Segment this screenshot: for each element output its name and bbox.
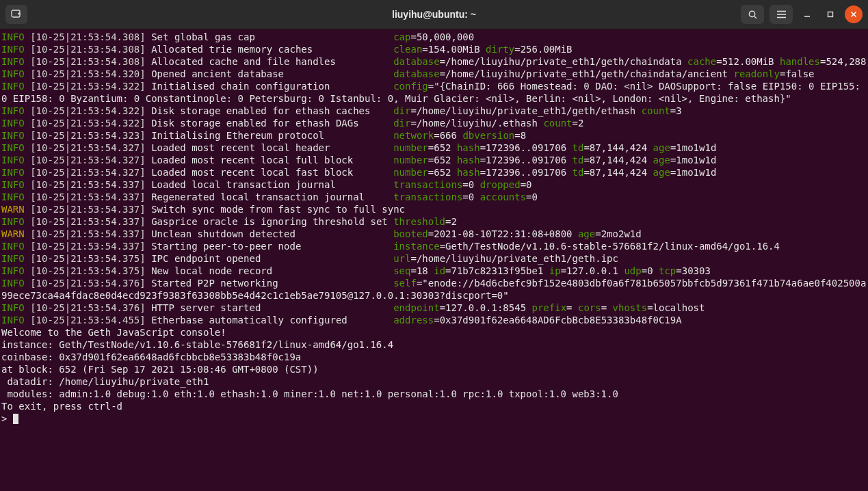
log-message: Initialised chain configuration bbox=[151, 81, 393, 92]
console-line: modules: admin:1.0 debug:1.0 eth:1.0 eth… bbox=[1, 388, 868, 400]
log-level: INFO bbox=[1, 302, 25, 313]
log-value: 8 bbox=[521, 130, 526, 141]
log-line: INFO [10-25|21:53:54.375] IPC endpoint o… bbox=[1, 252, 868, 265]
search-icon bbox=[748, 10, 758, 20]
new-tab-button[interactable] bbox=[5, 5, 27, 24]
log-line: INFO [10-25|21:53:54.320] Opened ancient… bbox=[1, 68, 868, 80]
log-level: INFO bbox=[1, 241, 25, 252]
search-button[interactable] bbox=[741, 5, 764, 24]
log-value: /home/liuyihu/private_eth1/geth/chaindat… bbox=[445, 56, 682, 67]
log-key: handles bbox=[780, 56, 820, 67]
log-key: count bbox=[543, 118, 572, 129]
log-message: Starting peer-to-peer node bbox=[151, 241, 393, 252]
log-key: number bbox=[393, 142, 428, 153]
minimize-icon bbox=[803, 10, 811, 18]
log-timestamp: [10-25|21:53:54.376] bbox=[30, 278, 146, 289]
log-key: threshold bbox=[393, 216, 445, 227]
log-message: Loaded most recent local full block bbox=[151, 155, 393, 165]
console-line: at block: 652 (Fri Sep 17 2021 15:08:46 … bbox=[1, 363, 868, 375]
log-timestamp: [10-25|21:53:54.322] bbox=[30, 105, 146, 116]
log-line: INFO [10-25|21:53:54.308] Allocated cach… bbox=[1, 55, 868, 68]
log-line: WARN [10-25|21:53:54.337] Switch sync mo… bbox=[1, 203, 868, 215]
log-message: Initialising Ethereum protocol bbox=[151, 130, 393, 141]
log-message: New local node record bbox=[151, 265, 393, 276]
log-value: 1mo1w1d bbox=[676, 167, 716, 178]
log-value: 0x37d901f62ea6648AD6FcbBcb8E53383b48f0C1… bbox=[440, 315, 682, 326]
log-line: INFO [10-25|21:53:54.327] Loaded most re… bbox=[1, 154, 868, 166]
log-key: td bbox=[573, 142, 584, 153]
log-value: 87,144,424 bbox=[590, 167, 647, 178]
log-line: WARN [10-25|21:53:54.337] Unclean shutdo… bbox=[1, 228, 868, 240]
log-timestamp: [10-25|21:53:54.375] bbox=[30, 253, 146, 264]
log-value: 30303 bbox=[682, 265, 711, 276]
svg-line-4 bbox=[754, 16, 757, 18]
log-key: count bbox=[642, 105, 670, 116]
log-line: INFO [10-25|21:53:54.322] Disk storage e… bbox=[1, 117, 868, 129]
hamburger-icon bbox=[776, 10, 787, 18]
log-value: 0 bbox=[532, 191, 538, 202]
log-key: dir bbox=[393, 118, 410, 129]
log-key: hash bbox=[457, 142, 480, 153]
maximize-button[interactable] bbox=[821, 5, 839, 23]
log-value: 2mo2w1d bbox=[601, 228, 642, 239]
log-line: INFO [10-25|21:53:54.323] Initialising E… bbox=[1, 129, 868, 142]
log-key: address bbox=[393, 315, 434, 326]
log-value: 0 bbox=[469, 179, 474, 190]
minimize-button[interactable] bbox=[798, 5, 816, 23]
log-value: 2 bbox=[451, 216, 456, 227]
log-key: readonly bbox=[734, 68, 780, 79]
close-icon bbox=[850, 11, 857, 18]
log-value: 127.0.0.1 bbox=[566, 265, 618, 276]
log-level: INFO bbox=[1, 167, 25, 178]
log-value: 256.00MiB bbox=[521, 44, 573, 55]
log-value: 524,288 bbox=[826, 56, 866, 67]
log-timestamp: [10-25|21:53:54.327] bbox=[30, 155, 146, 165]
log-value: 3 bbox=[676, 105, 681, 116]
log-level: INFO bbox=[1, 142, 25, 153]
log-key: tcp bbox=[659, 265, 676, 276]
log-level: INFO bbox=[1, 105, 25, 116]
menu-button[interactable] bbox=[770, 5, 793, 24]
log-timestamp: [10-25|21:53:54.376] bbox=[30, 302, 146, 313]
log-key: td bbox=[573, 167, 584, 178]
log-value: 652 bbox=[434, 142, 451, 153]
log-message: Loaded local transaction journal bbox=[151, 179, 393, 190]
log-message: Unclean shutdown detected bbox=[151, 228, 393, 239]
maximize-icon bbox=[826, 10, 834, 18]
log-message: Regenerated local transaction journal bbox=[151, 191, 393, 202]
log-message: Set global gas cap bbox=[151, 31, 393, 42]
log-timestamp: [10-25|21:53:54.320] bbox=[30, 68, 146, 79]
log-message: Etherbase automatically configured bbox=[151, 315, 393, 326]
log-level: INFO bbox=[1, 216, 25, 227]
log-key: endpoint bbox=[393, 302, 439, 313]
log-level: INFO bbox=[1, 315, 25, 326]
console-line: To exit, press ctrl-d bbox=[1, 400, 868, 412]
close-button[interactable] bbox=[845, 5, 863, 23]
log-line: INFO [10-25|21:53:54.308] Set global gas… bbox=[1, 31, 868, 43]
log-key: clean bbox=[393, 44, 422, 55]
log-value: 652 bbox=[434, 167, 451, 178]
log-value: 1mo1w1d bbox=[676, 155, 716, 165]
log-value: 87,144,424 bbox=[590, 155, 647, 165]
log-line: INFO [10-25|21:53:54.376] HTTP server st… bbox=[1, 302, 868, 314]
prompt-line[interactable]: > bbox=[1, 412, 868, 425]
log-level: INFO bbox=[1, 155, 25, 165]
log-message: Loaded most recent local header bbox=[151, 142, 393, 153]
terminal-output[interactable]: INFO [10-25|21:53:54.308] Set global gas… bbox=[0, 29, 868, 491]
window-titlebar: liuyihu@ubuntu: ~ bbox=[0, 0, 868, 29]
log-value: 0 bbox=[647, 265, 653, 276]
log-value: 0 bbox=[526, 179, 531, 190]
log-key: transactions bbox=[393, 191, 462, 202]
log-key: booted bbox=[393, 228, 428, 239]
log-line: INFO [10-25|21:53:54.322] Disk storage e… bbox=[1, 105, 868, 117]
log-value: 172396..091706 bbox=[486, 167, 566, 178]
log-timestamp: [10-25|21:53:54.337] bbox=[30, 191, 146, 202]
svg-rect-9 bbox=[828, 12, 833, 17]
log-key: cache bbox=[687, 56, 716, 67]
log-key: hash bbox=[457, 155, 480, 165]
log-line: INFO [10-25|21:53:54.455] Etherbase auto… bbox=[1, 314, 868, 326]
log-key: hash bbox=[457, 167, 480, 178]
log-key: number bbox=[393, 155, 428, 165]
log-value: 666 bbox=[440, 130, 457, 141]
log-value: /home/liuyihu/private_eth1/geth/ethash bbox=[417, 105, 635, 116]
